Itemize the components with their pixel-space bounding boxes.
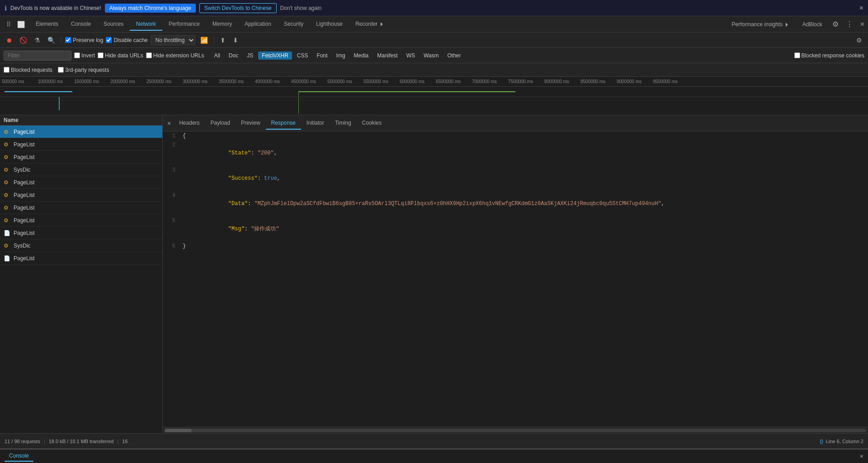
tab-recorder[interactable]: Recorder ⏵ (349, 18, 391, 31)
more-options-button[interactable]: ⋮ (844, 18, 855, 30)
type-btn-js[interactable]: JS (243, 51, 257, 60)
console-tab[interactable]: Console (5, 451, 33, 462)
dismiss-button[interactable]: Don't show again (280, 5, 322, 11)
net-item-1[interactable]: ⚙ PageList (0, 138, 162, 151)
net-item-5[interactable]: ⚙ PageList (0, 189, 162, 201)
hide-extension-urls-label[interactable]: Hide extension URLs (146, 52, 204, 59)
net-item-8[interactable]: 📄 PageList (0, 227, 162, 239)
invert-checkbox[interactable] (74, 52, 80, 58)
disable-cache-checkbox[interactable] (106, 37, 112, 43)
type-btn-all[interactable]: All (210, 51, 223, 60)
throttle-select[interactable]: No throttling (151, 35, 195, 45)
switch-devtools-button[interactable]: Switch DevTools to Chinese (199, 3, 277, 13)
invert-label[interactable]: Invert (74, 52, 95, 59)
name-header: Name (0, 115, 162, 126)
search-button[interactable]: 🔍 (45, 35, 57, 45)
tab-performance-insights[interactable]: Performance insights ⏵ (727, 19, 794, 30)
net-item-4[interactable]: ⚙ PageList (0, 176, 162, 189)
hide-data-urls-checkbox[interactable] (98, 52, 104, 58)
tab-payload[interactable]: Payload (205, 117, 236, 130)
item-name-9: SysDic (14, 243, 30, 249)
tab-cookies[interactable]: Cookies (357, 117, 387, 130)
filter-input[interactable] (4, 51, 71, 61)
preserve-log-checkbox[interactable] (65, 37, 71, 43)
preserve-log-label[interactable]: Preserve log (65, 37, 103, 43)
tab-adblock[interactable]: AdBlock (798, 19, 827, 30)
tab-sources[interactable]: Sources (97, 18, 130, 31)
blocked-requests-label[interactable]: Blocked requests (4, 67, 52, 73)
tab-console[interactable]: Console (65, 18, 97, 31)
infobar-close-button[interactable]: × (859, 4, 863, 12)
comma-2: , (277, 175, 280, 182)
tab-headers[interactable]: Headers (174, 117, 205, 130)
type-btn-ws[interactable]: WS (403, 51, 419, 60)
devtools-close-button[interactable]: × (859, 19, 866, 30)
tab-elements[interactable]: Elements (29, 18, 65, 31)
net-item-6[interactable]: ⚙ PageList (0, 201, 162, 214)
blocked-cookies-label[interactable]: Blocked response cookies (794, 52, 864, 59)
filter-icon-button[interactable]: ⚗ (32, 35, 42, 45)
tick-2: 1000000 ms (36, 79, 72, 84)
clear-button[interactable]: 🚫 (17, 35, 29, 45)
code-line-6: 6 } (163, 242, 868, 251)
type-btn-font[interactable]: Font (313, 51, 331, 60)
json-key-state: "State" (215, 150, 251, 156)
network-settings-button[interactable]: ⚙ (854, 35, 864, 45)
response-content[interactable]: 1 { 2 "State": "200", 3 "Success": true,… (163, 131, 868, 427)
tick-18: 9000000 ms (615, 79, 651, 84)
net-item-3[interactable]: ⚙ SysDic (0, 164, 162, 176)
tab-security[interactable]: Security (278, 18, 310, 31)
tab-preview[interactable]: Preview (236, 117, 266, 130)
type-btn-img[interactable]: Img (333, 51, 349, 60)
timeline-graph[interactable] (0, 87, 868, 115)
hide-extension-urls-checkbox[interactable] (146, 52, 152, 58)
tab-network[interactable]: Network (130, 18, 162, 31)
device-toolbar-icon[interactable]: ⬜ (15, 20, 27, 29)
third-party-checkbox[interactable] (58, 67, 64, 73)
response-close-button[interactable]: × (165, 118, 174, 129)
third-party-label[interactable]: 3rd-party requests (58, 67, 109, 73)
tab-response[interactable]: Response (266, 117, 301, 130)
console-close-button[interactable]: × (860, 453, 863, 460)
type-btn-doc[interactable]: Doc (225, 51, 242, 60)
upload-har-button[interactable]: ⬆ (218, 35, 228, 45)
type-btn-wasm[interactable]: Wasm (420, 51, 443, 60)
tick-1: 500000 ms (0, 79, 36, 84)
type-btn-css[interactable]: CSS (293, 51, 312, 60)
download-har-button[interactable]: ⬇ (231, 35, 241, 45)
tick-6: 3000000 ms (181, 79, 217, 84)
tab-performance[interactable]: Performance (162, 18, 206, 31)
settings-gear-button[interactable]: ⚙ (830, 18, 840, 30)
tab-memory[interactable]: Memory (206, 18, 238, 31)
line-content-3: "Success": true, (181, 166, 282, 191)
code-line-1: 1 { (163, 131, 868, 140)
hide-data-urls-label[interactable]: Hide data URLs (98, 52, 143, 59)
net-item-10[interactable]: 📄 PageList (0, 252, 162, 265)
tab-timing[interactable]: Timing (330, 117, 357, 130)
record-stop-button[interactable]: ⏺ (4, 35, 14, 45)
type-btn-fetch-xhr[interactable]: Fetch/XHR (258, 51, 292, 60)
wifi-icon-button[interactable]: 📶 (198, 35, 210, 45)
devtools-menu-icon[interactable]: ⠿ (5, 20, 13, 29)
item-name-4: PageList (14, 179, 35, 186)
response-hscroll[interactable] (163, 427, 868, 433)
net-item-0[interactable]: ⚙ PageList (0, 126, 162, 138)
blocked-cookies-checkbox[interactable] (794, 52, 800, 58)
hscroll-thumb[interactable] (165, 429, 192, 432)
disable-cache-label[interactable]: Disable cache (106, 37, 147, 43)
type-btn-manifest[interactable]: Manifest (373, 51, 401, 60)
gear-icon-4: ⚙ (4, 179, 11, 186)
tab-lighthouse[interactable]: Lighthouse (310, 18, 349, 31)
blocked-requests-checkbox[interactable] (4, 67, 9, 73)
match-language-button[interactable]: Always match Chrome's language (105, 4, 196, 13)
tab-initiator[interactable]: Initiator (301, 117, 330, 130)
type-btn-media[interactable]: Media (350, 51, 373, 60)
net-item-9[interactable]: ⚙ SysDic (0, 239, 162, 252)
tab-application[interactable]: Application (238, 18, 278, 31)
separator-2 (214, 36, 214, 44)
type-btn-other[interactable]: Other (444, 51, 465, 60)
net-item-7[interactable]: ⚙ PageList (0, 214, 162, 227)
tick-15: 7500000 ms (506, 79, 542, 84)
net-item-2[interactable]: ⚙ PageList (0, 151, 162, 164)
format-button[interactable]: {} (820, 439, 823, 444)
